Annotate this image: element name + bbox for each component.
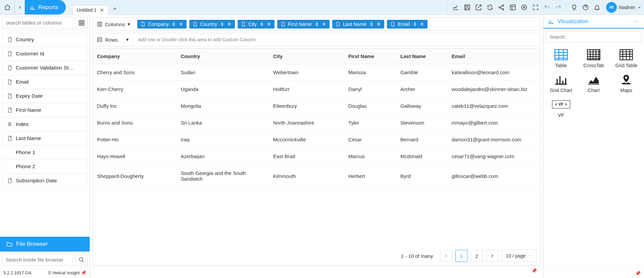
field-item[interactable]: Phone 1 <box>2 146 88 159</box>
document-icon <box>7 107 12 113</box>
field-label: Customer Validation St… <box>16 65 74 71</box>
column-header[interactable]: Email <box>448 49 540 64</box>
viz-option-crosstab[interactable]: CrossTab <box>579 49 608 68</box>
field-item[interactable]: Customer Validation St… <box>2 61 88 75</box>
document-icon <box>241 22 246 27</box>
columns-icon <box>97 21 102 27</box>
field-label: Phone 2 <box>16 164 35 170</box>
column-chip[interactable]: Country✕ <box>189 20 235 29</box>
viz-icon <box>554 49 568 61</box>
columns-shelf[interactable]: Columns ▾ Company✕Country✕City✕First Nam… <box>93 17 540 31</box>
chip-remove-button[interactable]: ✕ <box>377 21 381 27</box>
chip-remove-button[interactable]: ✕ <box>267 21 271 27</box>
column-chip[interactable]: City✕ <box>238 20 275 29</box>
notifications-button[interactable] <box>591 2 603 13</box>
table-cell: Iraq <box>177 131 269 148</box>
close-tab-button[interactable]: ✕ <box>100 7 104 13</box>
column-chip[interactable]: Last Name✕ <box>332 20 384 29</box>
preview-button[interactable] <box>518 2 530 13</box>
column-header[interactable]: Last Name <box>396 49 448 64</box>
field-item[interactable]: First Name <box>2 103 88 117</box>
column-header[interactable]: City <box>269 49 344 64</box>
file-browser-button[interactable]: File Browser <box>0 237 90 251</box>
lightbulb-button[interactable] <box>568 2 580 13</box>
chevron-left-icon <box>444 253 448 258</box>
export-button[interactable] <box>473 2 484 13</box>
field-label: Subscription Date <box>16 178 57 184</box>
svg-rect-10 <box>98 22 102 26</box>
field-item[interactable]: Customer Id <box>2 47 88 60</box>
redo-button[interactable] <box>553 2 564 13</box>
field-item[interactable]: Subscription Date <box>2 174 88 187</box>
home-button[interactable] <box>0 0 15 14</box>
viz-option-vf[interactable]: < VF >VF <box>546 98 576 118</box>
column-chip[interactable]: Email✕ <box>387 20 428 29</box>
save-button[interactable] <box>461 2 473 13</box>
table-cell: Marissa <box>344 64 396 81</box>
rows-shelf[interactable]: Rows ▾ Add row or Double click this area… <box>93 33 540 46</box>
rows-shelf-dropdown[interactable]: ▾ <box>126 37 129 43</box>
chip-remove-button[interactable]: ✕ <box>322 21 326 27</box>
page-2-button[interactable]: 2 <box>471 250 483 262</box>
file-browser-search-input[interactable] <box>2 254 73 266</box>
breadcrumb-next[interactable] <box>15 0 25 14</box>
field-item[interactable]: Phone 2 <box>2 160 88 173</box>
chip-remove-button[interactable]: ✕ <box>179 21 183 27</box>
column-chip[interactable]: Company✕ <box>137 20 187 29</box>
table-row: Cherry and SonsSudanWebertownMarissaGamb… <box>93 64 540 81</box>
new-tab-button[interactable]: ＋ <box>108 2 121 14</box>
help-button[interactable] <box>580 2 591 13</box>
user-menu[interactable]: HI hiadmin <box>606 2 641 13</box>
share-button[interactable] <box>496 2 507 13</box>
pin-right-button[interactable]: 📌 <box>635 271 641 276</box>
field-item[interactable]: Index <box>2 118 88 131</box>
chart-line-button[interactable] <box>450 2 461 13</box>
viz-option-grid-chart[interactable]: Grid Chart <box>546 74 576 93</box>
drag-icon <box>412 22 417 27</box>
chip-remove-button[interactable]: ✕ <box>227 21 232 27</box>
table-cell: Cesar <box>344 131 396 148</box>
field-item[interactable]: Expiry Date <box>2 89 88 103</box>
refresh-button[interactable] <box>484 2 496 13</box>
table-cell: Uganda <box>177 81 269 98</box>
drag-icon <box>220 22 225 27</box>
visualization-title: Visualization <box>557 18 588 25</box>
viz-option-maps[interactable]: Maps <box>611 74 641 93</box>
chip-label: Email <box>398 21 410 27</box>
save-icon <box>464 4 470 11</box>
tab-untitled[interactable]: Untitled 1 ✕ <box>72 5 108 15</box>
layout-button[interactable] <box>507 2 518 13</box>
table-cell: South Georgia and the South Sandwich <box>177 165 269 187</box>
reports-breadcrumb[interactable]: Reports <box>25 0 66 14</box>
viz-option-grid-table[interactable]: Grid Table <box>611 49 641 68</box>
visualization-search-input[interactable] <box>546 31 641 43</box>
page-size-select[interactable]: 10 / page <box>502 250 537 262</box>
viz-option-table[interactable]: Table <box>546 49 576 68</box>
column-header[interactable]: Country <box>177 49 269 64</box>
chip-remove-button[interactable]: ✕ <box>420 21 424 27</box>
columns-shelf-dropdown[interactable]: ▾ <box>128 21 130 27</box>
column-header[interactable]: Company <box>93 49 177 64</box>
viz-label: CrossTab <box>583 63 604 68</box>
search-icon <box>79 257 85 263</box>
visualization-more-button[interactable]: ⋯ <box>634 18 639 25</box>
field-item[interactable]: Email <box>2 75 88 89</box>
sidebar-grid-toggle[interactable] <box>75 17 88 29</box>
field-item[interactable]: Country <box>2 33 88 46</box>
sidebar-search-input[interactable] <box>2 17 73 29</box>
undo-button[interactable] <box>541 2 553 13</box>
sidebar: CountryCustomer IdCustomer Validation St… <box>0 15 90 278</box>
viz-option-chart[interactable]: Chart <box>579 74 608 93</box>
pin-center-button[interactable]: 📌 <box>531 268 537 273</box>
column-header[interactable]: First Name <box>344 49 396 64</box>
next-page-button[interactable] <box>486 250 498 262</box>
redo-icon <box>555 4 562 11</box>
help-icon <box>582 4 589 11</box>
column-chip[interactable]: First Name✕ <box>277 20 330 29</box>
prev-page-button[interactable] <box>440 250 452 262</box>
line-chart-icon <box>452 4 459 11</box>
fullscreen-button[interactable] <box>530 2 541 13</box>
page-1-button[interactable]: 1 <box>455 250 467 262</box>
field-item[interactable]: Last Name <box>2 132 88 145</box>
file-browser-search-button[interactable] <box>75 254 88 266</box>
